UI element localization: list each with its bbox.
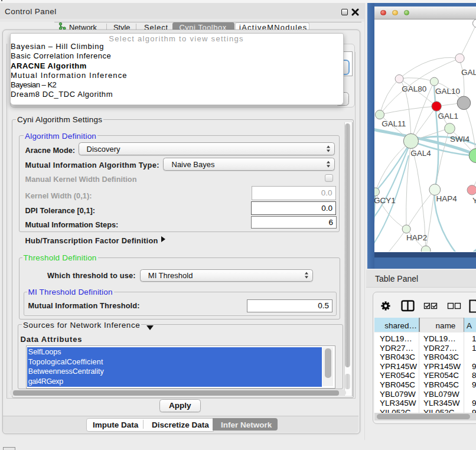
svg-text:GAL80: GAL80: [402, 84, 426, 93]
svg-text:HAP2: HAP2: [406, 233, 427, 242]
svg-text:GAL7: GAL7: [461, 68, 476, 77]
svg-text:YJL0: YJL0: [472, 195, 476, 204]
svg-text:SWI4: SWI4: [450, 134, 470, 143]
svg-text:GAL4: GAL4: [410, 148, 431, 157]
svg-text:GAL11: GAL11: [382, 119, 406, 128]
svg-text:HAP4: HAP4: [436, 194, 457, 203]
svg-text:GCY1: GCY1: [374, 195, 396, 204]
svg-text:GAL1: GAL1: [438, 111, 458, 120]
svg-text:GAL10: GAL10: [435, 87, 459, 96]
